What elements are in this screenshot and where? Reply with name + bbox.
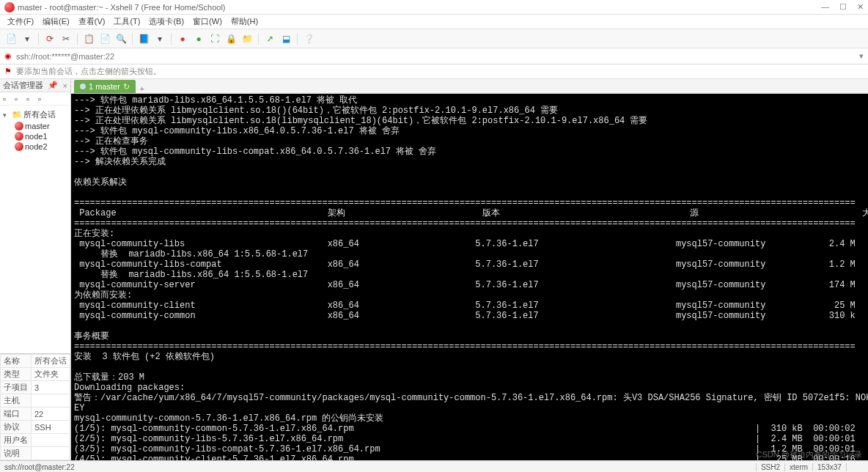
prop-row: 用户名 xyxy=(1,434,70,447)
sidebar-close-icon[interactable]: × xyxy=(63,81,67,90)
props-icon[interactable]: 📘 xyxy=(137,32,150,45)
menu-view[interactable]: 查看(V) xyxy=(78,16,106,27)
help-icon[interactable]: ❔ xyxy=(302,32,315,45)
sidebar: 会话管理器 📌 × ▫ ▫ ▫ ▫ ▾ 📁 所有会话 master node1 xyxy=(0,79,71,460)
maximize-icon[interactable]: ☐ xyxy=(839,2,847,12)
copy-icon[interactable]: 📋 xyxy=(82,32,95,45)
color2-icon[interactable]: ● xyxy=(192,32,205,45)
tool1-icon[interactable]: ↗ xyxy=(263,32,276,45)
dropdown-icon[interactable]: ▾ xyxy=(21,32,34,45)
status-ssh: SSH2 xyxy=(756,463,784,471)
properties-panel: 名称所有会话类型文件夹子项目3主机端口22协议SSH用户名说明 xyxy=(0,353,70,460)
tab-master[interactable]: 1 master ↻ xyxy=(74,80,136,93)
window-title: master - root@master:~ - Xshell 7 (Free … xyxy=(18,3,821,12)
find-icon[interactable]: 🔍 xyxy=(114,32,128,45)
tree-node-master[interactable]: master xyxy=(1,121,69,131)
flag-icon: ⚑ xyxy=(4,67,12,76)
prop-row: 名称所有会话 xyxy=(1,355,70,368)
color1-icon[interactable]: ● xyxy=(176,32,189,45)
side-btn1[interactable]: ▫ xyxy=(3,95,12,103)
tree-root-label: 所有会话 xyxy=(23,109,56,120)
folder-icon: 📁 xyxy=(12,110,22,119)
menu-tabs[interactable]: 选项卡(B) xyxy=(149,16,184,27)
menu-file[interactable]: 文件(F) xyxy=(7,16,34,27)
session-tree: ▾ 📁 所有会话 master node1 node2 xyxy=(0,106,70,353)
terminal[interactable]: ---> 软件包 mariadb-libs.x86_64.1.5.5.68-1.… xyxy=(71,94,868,460)
prop-row: 说明 xyxy=(1,447,70,460)
node-label: node1 xyxy=(25,132,48,141)
tree-node-node1[interactable]: node1 xyxy=(1,131,69,141)
node-icon xyxy=(15,132,23,141)
dropdown2-icon[interactable]: ▾ xyxy=(153,32,166,45)
sidebar-toolbar: ▫ ▫ ▫ ▫ xyxy=(0,92,70,106)
node-label: node2 xyxy=(25,142,48,151)
tab-label: 1 master xyxy=(89,82,120,91)
tree-root[interactable]: ▾ 📁 所有会话 xyxy=(1,108,69,121)
status-term: xterm xyxy=(784,463,812,471)
prop-row: 协议SSH xyxy=(1,421,70,434)
status-extra xyxy=(846,463,864,471)
tree-node-node2[interactable]: node2 xyxy=(1,141,69,152)
menu-edit[interactable]: 编辑(E) xyxy=(43,16,70,27)
close-icon[interactable]: ✕ xyxy=(857,2,864,12)
prop-row: 端口22 xyxy=(1,408,70,421)
status-size: 153x37 xyxy=(812,463,846,471)
menubar: 文件(F) 编辑(E) 查看(V) 工具(T) 选项卡(B) 窗口(W) 帮助(… xyxy=(0,15,868,29)
hintbar: ⚑ 要添加当前会话，点击左侧的箭头按钮。 xyxy=(0,64,868,79)
prop-row: 主机 xyxy=(1,394,70,408)
paste-icon[interactable]: 📄 xyxy=(98,32,111,45)
address-text[interactable]: ssh://root:******@master:22 xyxy=(16,52,855,61)
menu-window[interactable]: 窗口(W) xyxy=(193,16,222,27)
folder-icon[interactable]: 📁 xyxy=(240,32,254,45)
menu-tools[interactable]: 工具(T) xyxy=(114,16,140,27)
node-label: master xyxy=(25,122,50,130)
sidebar-pin-icon[interactable]: 📌 xyxy=(48,81,58,90)
side-btn4[interactable]: ▫ xyxy=(38,95,47,103)
hint-text: 要添加当前会话，点击左侧的箭头按钮。 xyxy=(16,66,161,77)
node-icon xyxy=(15,142,23,151)
addressbar: ◉ ssh://root:******@master:22 ▾ xyxy=(0,48,868,64)
address-dropdown-icon[interactable]: ▾ xyxy=(859,51,864,61)
menu-help[interactable]: 帮助(H) xyxy=(231,16,258,27)
tab-reconnect-icon[interactable]: ↻ xyxy=(123,82,130,92)
reconnect-icon[interactable]: ⟳ xyxy=(43,32,56,45)
status-left: ssh://root@master:22 xyxy=(4,463,756,471)
minimize-icon[interactable]: — xyxy=(821,2,829,12)
tool2-icon[interactable]: ⬓ xyxy=(279,32,293,45)
tab-status-icon xyxy=(80,84,86,89)
watermark: CSDN @被迫内卷的学习记录 xyxy=(757,449,862,460)
disconnect-icon[interactable]: ✂ xyxy=(59,32,73,45)
fullscreen-icon[interactable]: ⛶ xyxy=(208,32,221,45)
app-icon xyxy=(4,2,15,12)
sidebar-title: 会话管理器 xyxy=(3,80,43,91)
prop-row: 子项目3 xyxy=(1,381,70,394)
side-btn2[interactable]: ▫ xyxy=(15,95,23,103)
statusbar: ssh://root@master:22 SSH2 xterm 153x37 xyxy=(0,460,868,472)
prop-row: 类型文件夹 xyxy=(1,368,70,381)
tab-add[interactable]: + xyxy=(136,84,149,93)
collapse-icon[interactable]: ▾ xyxy=(3,111,10,119)
node-icon xyxy=(15,122,23,130)
session-icon: ◉ xyxy=(4,51,12,61)
lock-icon[interactable]: 🔒 xyxy=(224,32,238,45)
titlebar: master - root@master:~ - Xshell 7 (Free … xyxy=(0,0,868,15)
toolbar: 📄 ▾ ⟳ ✂ 📋 📄 🔍 📘 ▾ ● ● ⛶ 🔒 📁 ↗ ⬓ ❔ xyxy=(0,29,868,48)
side-btn3[interactable]: ▫ xyxy=(26,95,35,103)
new-icon[interactable]: 📄 xyxy=(4,32,18,45)
tabs: 1 master ↻ + xyxy=(71,79,868,94)
